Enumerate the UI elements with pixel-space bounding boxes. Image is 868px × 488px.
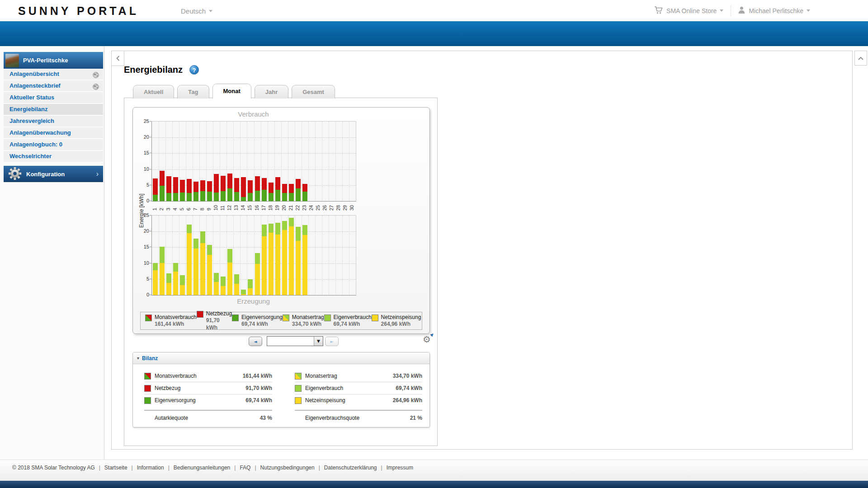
bar-segment-eigenverbrauch [200, 231, 205, 243]
balance-panel-header[interactable]: ▾ Bilanz [133, 352, 429, 364]
footer-link-nutzungsbedingungen[interactable]: Nutzungsbedingungen [260, 465, 315, 471]
cart-icon [654, 6, 666, 15]
x-tick-label: 29 [342, 202, 348, 211]
sidebar-item-jahresvergleich[interactable]: Jahresvergleich [4, 116, 103, 127]
balance-column-left: Monatsverbrauch161,44 kWhNetzbezug91,70 … [144, 370, 272, 425]
bar-segment-eigenversorgung [262, 190, 267, 201]
legend-entry-netzbezug: Netzbezug91,70 kWh [197, 310, 232, 331]
tab-monat[interactable]: Monat [212, 84, 251, 99]
y-tick-mark [150, 279, 151, 279]
sidebar-item-wechselrichter[interactable]: Wechselrichter [4, 151, 103, 162]
sidebar-item-anlagenlogbuch[interactable]: Anlagenlogbuch: 0 [4, 139, 103, 150]
bar-segment-netzbezug [302, 184, 307, 192]
balance-panel: ▾ Bilanz Monatsverbrauch161,44 kWhNetzbe… [132, 352, 430, 427]
footer-link-faq[interactable]: FAQ [240, 465, 250, 471]
gridline [322, 216, 322, 295]
gridline [186, 216, 186, 295]
bar-segment-netzbezug [200, 180, 205, 191]
y-tick-label: 15 [135, 150, 149, 155]
period-select[interactable]: ▼ [267, 336, 323, 346]
x-tick-label: 15 [247, 202, 253, 211]
gridline [247, 216, 247, 295]
gridline [240, 122, 241, 201]
gridline [159, 216, 159, 295]
bar-segment-eigenversorgung [180, 192, 185, 201]
footer-link-information[interactable]: Information [137, 465, 164, 471]
help-icon[interactable]: ? [189, 65, 199, 75]
user-menu[interactable]: Michael Perlitschke [738, 6, 810, 15]
bar-segment-eigenversorgung [166, 193, 171, 201]
footer-link-startseite[interactable]: Startseite [104, 465, 127, 471]
sidebar-item-anlagenueberwachung[interactable]: Anlagenüberwachung [4, 127, 103, 138]
x-tick-label: 9 [206, 202, 212, 211]
sidebar-item-aktueller-status[interactable]: Aktueller Status [4, 92, 103, 103]
footer-link-impressum[interactable]: Impressum [387, 465, 413, 471]
bar-segment-eigenversorgung [289, 193, 294, 201]
x-tick-label: 25 [315, 202, 321, 211]
gridline [247, 122, 247, 201]
top-header: SUNNY PORTAL Deutsch SMA Online Store Mi… [0, 0, 868, 21]
next-month-button[interactable]: ► [325, 337, 339, 346]
quote-row: Autarkiequote43 % [144, 411, 272, 425]
sidebar-item-anlagensteckbrief[interactable]: Anlagensteckbrief [4, 80, 103, 91]
balance-row-label: Netzeinspeisung [305, 397, 393, 404]
sunny-portal-logo[interactable]: SUNNY PORTAL [18, 5, 139, 18]
tab-aktuell[interactable]: Aktuell [133, 85, 174, 99]
sma-online-store-link[interactable]: SMA Online Store [654, 6, 723, 15]
x-tick-label: 14 [240, 202, 246, 211]
footer: © 2018 SMA Solar Technology AG|Startseit… [0, 460, 868, 481]
sidebar-item-energiebilanz[interactable]: Energiebilanz [4, 104, 103, 115]
x-tick-label: 17 [261, 202, 267, 211]
collapse-triangle-icon: ▾ [137, 356, 139, 361]
bar-segment-eigenverbrauch [234, 274, 239, 284]
page-title-row: Energiebilanz ? [124, 65, 199, 75]
x-tick-label: 5 [179, 202, 185, 211]
dark-green-swatch-icon [232, 314, 239, 321]
y-tick-mark [150, 137, 151, 137]
bar-segment-netzeinspeisung [166, 283, 171, 296]
tab-gesamt[interactable]: Gesamt [292, 85, 335, 99]
sidebar-item-konfiguration[interactable]: Konfiguration › [4, 166, 103, 182]
x-tick-label: 18 [268, 202, 274, 211]
gridline [213, 122, 213, 201]
chart-settings-button[interactable]: ⚙ ▲ [423, 334, 431, 345]
tab-jahr[interactable]: Jahr [255, 85, 288, 99]
legend-entry-netzeinspeisung: Netzeinspeisung264,96 kWh [372, 314, 421, 328]
gridline [179, 122, 179, 201]
gridline [295, 122, 295, 201]
gridline [315, 122, 316, 201]
gridline [281, 216, 282, 295]
yellow-swatch-icon [372, 314, 378, 321]
x-tick-label: 27 [329, 202, 335, 211]
collapse-panel-button[interactable] [111, 51, 124, 66]
gridline [335, 122, 336, 201]
bar-segment-netzbezug [180, 180, 185, 192]
bar-segment-eigenverbrauch [187, 225, 192, 234]
language-selector[interactable]: Deutsch [181, 7, 212, 15]
language-label: Deutsch [181, 7, 206, 15]
bar-segment-eigenversorgung [207, 192, 212, 201]
gridline [295, 216, 295, 295]
bar-segment-eigenversorgung [234, 192, 239, 201]
footer-link-datenschutzerkl-rung[interactable]: Datenschutzerklärung [324, 465, 377, 471]
gridline [193, 216, 193, 295]
tab-tag[interactable]: Tag [177, 85, 209, 99]
gridline [308, 122, 309, 201]
plot-verbrauch [151, 121, 356, 202]
prev-month-button[interactable]: ◄ [249, 337, 262, 346]
quote-label: Autarkiequote [155, 415, 260, 421]
legend-text: Eigenverbrauch69,74 kWh [334, 314, 372, 328]
bar-segment-eigenversorgung [200, 191, 205, 202]
scroll-top-button[interactable] [854, 51, 867, 66]
plant-header[interactable]: PVA-Perlitschke [4, 52, 103, 69]
header-divider [731, 5, 731, 16]
bar-segment-netzeinspeisung [193, 249, 198, 295]
sidebar-item-anlagenuebersicht[interactable]: Anlagenübersicht [4, 69, 103, 80]
footer-link-bedienungsanleitungen[interactable]: Bedienungsanleitungen [174, 465, 230, 471]
y-tick-mark [150, 247, 151, 247]
x-tick-label: 21 [288, 202, 294, 211]
red-swatch-icon [197, 311, 203, 318]
gridline [268, 122, 268, 201]
x-tick-label: 7 [193, 202, 198, 211]
x-tick-label: 23 [302, 202, 307, 211]
